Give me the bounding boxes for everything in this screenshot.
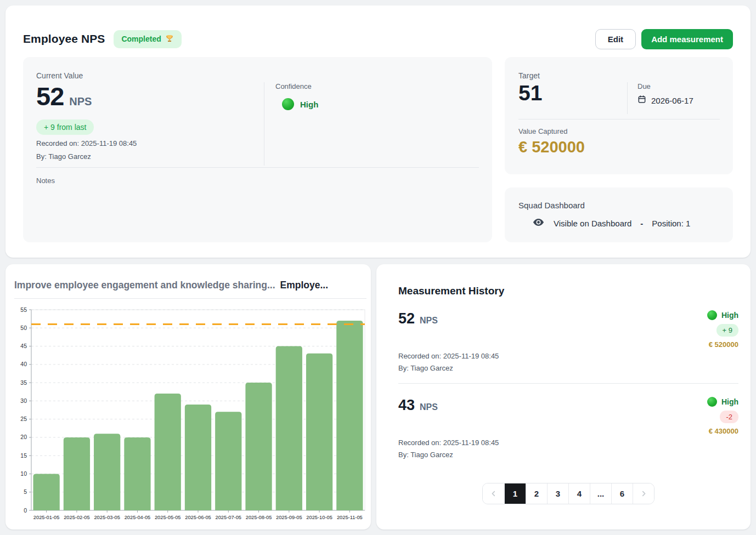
chart-title-goal: Improve employee engagement and knowledg… [14,280,275,291]
history-entry-unit: NPS [420,316,438,326]
svg-text:2025-01-05: 2025-01-05 [33,515,60,520]
nps-bar-chart: 05101520253035404550552025-01-052025-02-… [5,303,371,530]
svg-text:10: 10 [20,470,27,477]
status-badge: Completed [114,30,181,48]
confidence-section: Confidence High [264,82,318,166]
history-entry: 52 NPS High + 9 € 520000 Recorded on: 20… [398,310,738,372]
history-entry-value-row: 43 NPS [398,397,438,414]
svg-text:2025-06-05: 2025-06-05 [185,515,211,520]
svg-text:0: 0 [24,507,27,514]
edit-button[interactable]: Edit [595,29,636,49]
pagination-page-6[interactable]: 6 [611,483,633,504]
pagination-page-4[interactable]: 4 [568,483,590,504]
history-delta-badge: + 9 [716,324,738,337]
confidence-row: High [282,98,318,110]
target-panel: Target 51 Due 2026-06-17 Value Captured … [505,57,733,174]
target-value: 51 [518,81,542,105]
history-entry-meta: High + 9 € 520000 [707,310,738,349]
svg-text:20: 20 [20,434,27,440]
measurement-history-card: Measurement History 52 NPS High + 9 € 52… [376,264,751,530]
svg-text:25: 25 [20,416,27,422]
value-captured-label: Value Captured [518,127,567,135]
history-entry-value: 52 [398,310,415,327]
target-label: Target [518,71,540,80]
svg-text:2025-03-05: 2025-03-05 [94,515,120,520]
svg-text:2025-10-05: 2025-10-05 [306,515,332,520]
due-row: 2026-06-17 [637,95,693,106]
recorded-by-text: By: Tiago Garcez [36,152,91,161]
chart-title-row: Improve employee engagement and knowledg… [14,280,366,299]
due-section: Due 2026-06-17 [627,82,693,114]
current-value-unit: NPS [69,95,92,108]
history-entry-meta: High -2 € 430000 [707,397,738,435]
history-delta-badge: -2 [720,411,738,423]
svg-text:5: 5 [24,488,27,495]
pagination-prev-button[interactable] [483,483,504,504]
svg-text:30: 30 [20,397,27,404]
svg-text:2025-02-05: 2025-02-05 [64,515,90,520]
confidence-high-indicator-icon [707,310,717,320]
add-measurement-button[interactable]: Add measurement [641,29,733,49]
squad-dashboard-label: Squad Dashboard [518,201,585,210]
svg-text:2025-07-05: 2025-07-05 [215,515,241,520]
measurement-history-title: Measurement History [398,285,738,297]
confidence-label: Confidence [275,82,318,90]
metric-detail-card: Employee NPS Completed Edit Add measurem… [5,5,751,258]
measurement-history: Measurement History 52 NPS High + 9 € 52… [398,285,738,530]
history-entry-top: 52 NPS High + 9 € 520000 [398,310,738,349]
squad-separator: - [640,219,643,228]
confidence-high-indicator-icon [282,98,294,110]
history-entry-top: 43 NPS High -2 € 430000 [398,397,738,435]
svg-text:55: 55 [20,306,27,313]
pagination-ellipsis[interactable]: ... [590,483,611,504]
page-title: Employee NPS [23,32,105,45]
history-entry: 43 NPS High -2 € 430000 Recorded on: 202… [398,383,738,459]
notes-divider [36,167,479,168]
svg-text:2025-08-05: 2025-08-05 [246,515,272,520]
header-actions: Edit Add measurement [595,29,733,49]
pagination-page-2[interactable]: 2 [526,483,547,504]
pagination-page-1[interactable]: 1 [504,483,526,504]
due-label: Due [637,82,693,90]
svg-text:40: 40 [20,361,27,367]
due-date: 2026-06-17 [651,96,693,105]
current-value-label: Current Value [36,71,83,80]
svg-text:2025-05-05: 2025-05-05 [155,515,181,520]
history-entry-value-row: 52 NPS [398,310,438,327]
svg-text:2025-04-05: 2025-04-05 [125,515,151,520]
confidence-value: High [300,100,318,109]
position-text: Position: 1 [652,219,690,228]
visibility-text: Visible on Dashboard [554,219,631,228]
value-captured: € 520000 [518,138,585,156]
current-value: 52 [36,81,64,111]
pagination: 1 2 3 4 ... 6 [482,483,655,504]
svg-text:2025-09-05: 2025-09-05 [276,515,302,520]
history-value-captured: € 520000 [709,340,738,349]
current-value-row: 52 NPS [36,81,92,111]
calendar-icon [637,95,646,106]
status-badge-label: Completed [121,35,161,43]
history-entry-value: 43 [398,397,415,414]
svg-text:35: 35 [20,379,27,386]
history-confidence-value: High [721,397,738,406]
pagination-page-3[interactable]: 3 [547,483,568,504]
pagination-next-button[interactable] [633,483,654,504]
svg-text:15: 15 [20,452,27,459]
trophy-icon [165,34,174,44]
history-confidence-row: High [707,310,738,320]
history-recorded-on: Recorded on: 2025-11-19 08:45 [398,439,738,447]
target-divider [518,119,720,119]
history-entry-unit: NPS [420,402,438,412]
nps-chart-card: Improve employee engagement and knowledg… [5,264,371,530]
history-confidence-row: High [707,397,738,407]
squad-dashboard-row: Visible on Dashboard - Position: 1 [532,216,690,231]
history-recorded-on: Recorded on: 2025-11-19 08:45 [398,352,738,360]
recorded-on-text: Recorded on: 2025-11-19 08:45 [36,139,137,147]
confidence-high-indicator-icon [707,397,717,407]
svg-text:45: 45 [20,343,27,349]
notes-label: Notes [36,177,55,185]
eye-icon [532,216,545,231]
history-recorded-by: By: Tiago Garcez [398,364,738,372]
history-confidence-value: High [721,311,738,320]
history-recorded-by: By: Tiago Garcez [398,451,738,459]
